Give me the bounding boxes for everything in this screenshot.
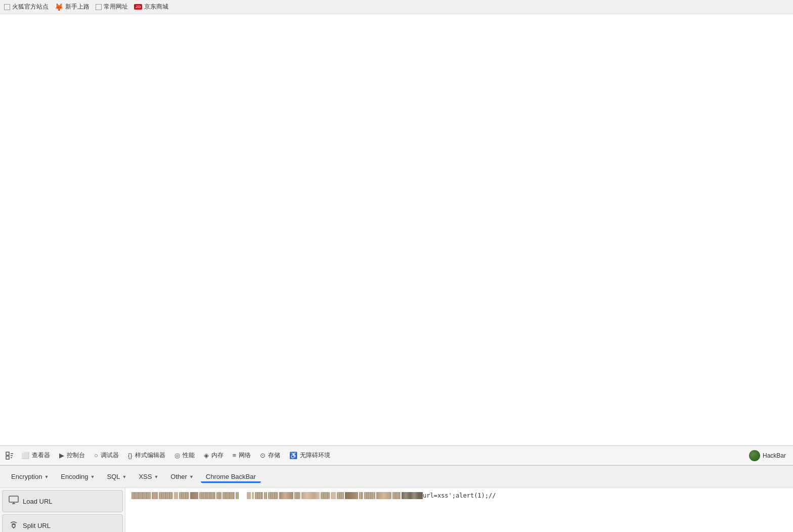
encoding-dropdown[interactable]: Encoding ▼ (56, 470, 100, 483)
devtools-inspector[interactable]: ⬜ 查看器 (17, 449, 54, 462)
url-pixel-13 (255, 492, 263, 499)
bookmark-newcomer[interactable]: 🦊 新手上路 (55, 3, 90, 11)
url-pixel-8 (216, 492, 222, 499)
url-pixel-3 (159, 492, 173, 499)
url-pixel-15 (268, 492, 278, 499)
url-pixel-27 (402, 492, 423, 499)
devtools-performance[interactable]: ◎ 性能 (170, 449, 199, 462)
devtools-memory[interactable]: ◈ 内存 (200, 449, 228, 462)
devtools-debugger[interactable]: ○ 调试器 (90, 449, 123, 462)
hackbar-main-area: url=xss';alert(1);// (125, 488, 793, 532)
bookmark-label: 常用网址 (104, 3, 128, 11)
load-url-icon (9, 496, 19, 507)
url-pixel-24 (364, 492, 375, 499)
devtools-toolbar: ⬜ 查看器 ▶ 控制台 ○ 调试器 {} 样式编辑器 ◎ 性能 ◈ 内存 ≡ 网… (0, 445, 793, 465)
split-url-icon (9, 520, 19, 531)
url-pixel-2 (152, 492, 158, 499)
svg-point-8 (12, 524, 15, 527)
sql-arrow-icon: ▼ (122, 474, 127, 479)
firefox-icon: 🦊 (55, 3, 63, 11)
memory-icon: ◈ (204, 452, 209, 459)
url-pixel-14 (264, 492, 267, 499)
bookmark-jd[interactable]: JD 京东商城 (134, 3, 168, 11)
hackbar-body: Load URL Split URL (0, 488, 793, 532)
hackbar-button[interactable]: HackBar (745, 448, 790, 463)
bookmark-label: 京东商城 (144, 3, 168, 11)
devtools-storage[interactable]: ⊙ 存储 (256, 449, 284, 462)
url-pixel-5 (179, 492, 189, 499)
url-pixel-17 (294, 492, 300, 499)
inspector-picker-button[interactable] (3, 449, 16, 462)
url-pixel-11 (247, 492, 251, 499)
url-pixel-12 (252, 492, 254, 499)
devtools-accessibility[interactable]: ♿ 无障碍环境 (285, 449, 334, 462)
storage-icon: ⊙ (260, 452, 266, 459)
load-url-button[interactable]: Load URL (2, 490, 123, 512)
other-dropdown[interactable]: Other ▼ (165, 470, 198, 483)
checkbox-icon (96, 4, 102, 10)
sql-label: SQL (107, 473, 120, 480)
xss-dropdown[interactable]: XSS ▼ (134, 470, 163, 483)
xss-label: XSS (139, 473, 152, 480)
url-visible-text: url=xss';alert(1);// (423, 492, 496, 499)
url-pixel-10 (236, 492, 239, 499)
storage-label: 存储 (268, 451, 280, 460)
url-blurred-segment (131, 492, 423, 499)
devtools-style-editor[interactable]: {} 样式编辑器 (124, 449, 169, 462)
style-editor-label: 样式编辑器 (135, 451, 165, 460)
chrome-backbar-button[interactable]: Chrome BackBar (201, 470, 261, 483)
bookmarks-bar: 火狐官方站点 🦊 新手上路 常用网址 JD 京东商城 (0, 0, 793, 14)
encoding-label: Encoding (61, 473, 88, 480)
encryption-label: Encryption (11, 473, 42, 480)
svg-rect-4 (6, 456, 9, 459)
memory-label: 内存 (211, 451, 224, 460)
performance-icon: ◎ (174, 452, 180, 459)
other-label: Other (170, 473, 187, 480)
console-label: 控制台 (67, 451, 85, 460)
encryption-arrow-icon: ▼ (44, 474, 49, 479)
accessibility-label: 无障碍环境 (300, 451, 330, 460)
url-pixel-18 (301, 492, 320, 499)
devtools-network[interactable]: ≡ 网络 (229, 449, 255, 462)
bookmark-label: 新手上路 (65, 3, 90, 11)
bookmark-label: 火狐官方站点 (12, 3, 49, 11)
network-label: 网络 (239, 451, 251, 460)
browser-content-area (0, 14, 793, 445)
performance-label: 性能 (183, 451, 195, 460)
bookmark-common-sites[interactable]: 常用网址 (96, 3, 128, 11)
url-pixel-1 (131, 492, 151, 499)
url-pixel-25 (376, 492, 391, 499)
url-pixel-6 (190, 492, 198, 499)
accessibility-icon: ♿ (289, 452, 297, 459)
sql-dropdown[interactable]: SQL ▼ (102, 470, 131, 483)
devtools-console[interactable]: ▶ 控制台 (55, 449, 89, 462)
url-pixel-22 (345, 492, 358, 499)
split-url-label: Split URL (23, 522, 51, 529)
url-pixel-20 (331, 492, 336, 499)
jd-icon: JD (134, 4, 142, 10)
network-icon: ≡ (233, 452, 237, 459)
url-pixel-9 (223, 492, 235, 499)
url-input[interactable]: url=xss';alert(1);// (125, 488, 793, 532)
hackbar-label: HackBar (763, 452, 786, 459)
url-pixel-16 (279, 492, 293, 499)
encoding-arrow-icon: ▼ (91, 474, 95, 479)
url-pixel-21 (337, 492, 344, 499)
checkbox-icon (4, 4, 10, 10)
split-url-button[interactable]: Split URL (2, 514, 123, 532)
other-arrow-icon: ▼ (189, 474, 194, 479)
encryption-dropdown[interactable]: Encryption ▼ (6, 470, 54, 483)
svg-rect-0 (6, 452, 9, 455)
svg-rect-5 (9, 496, 18, 502)
url-pixel-26 (392, 492, 401, 499)
url-pixel-19 (321, 492, 330, 499)
bookmark-firefox-official[interactable]: 火狐官方站点 (4, 3, 49, 11)
hackbar-toolbar: Encryption ▼ Encoding ▼ SQL ▼ XSS ▼ Othe… (0, 466, 793, 488)
url-pixel-7 (199, 492, 215, 499)
url-pixel-23 (359, 492, 363, 499)
hackbar-panel: Encryption ▼ Encoding ▼ SQL ▼ XSS ▼ Othe… (0, 465, 793, 532)
url-pixel-4 (174, 492, 178, 499)
debugger-label: 调试器 (101, 451, 119, 460)
console-icon: ▶ (59, 452, 64, 459)
hackbar-sidebar: Load URL Split URL (0, 488, 125, 532)
